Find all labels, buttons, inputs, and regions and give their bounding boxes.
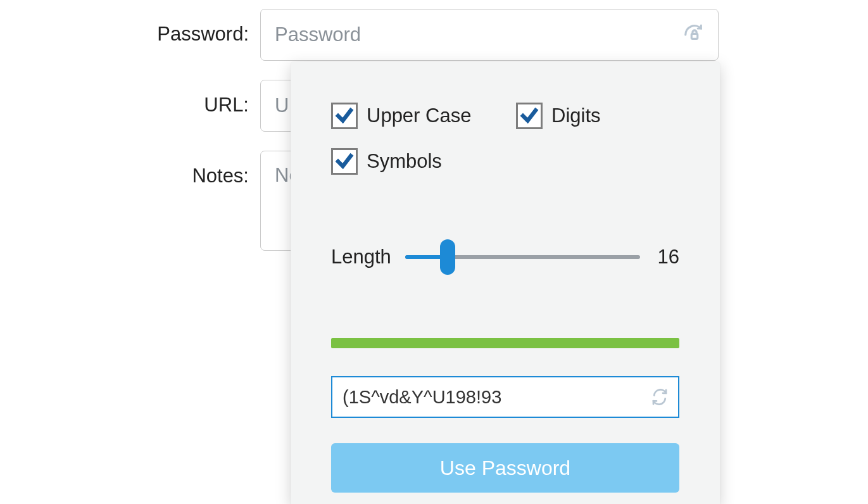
notes-label: Notes:: [0, 151, 249, 187]
generator-options-row-1: Upper Case Digits: [331, 103, 679, 129]
checkbox-label-digits: Digits: [551, 104, 601, 127]
checkbox-label-upper-case: Upper Case: [367, 104, 471, 127]
check-icon: [520, 106, 539, 125]
password-input[interactable]: [260, 9, 719, 61]
url-label: URL:: [0, 80, 249, 117]
password-generator-popup: Upper Case Digits Symbols Length 16 (1S^…: [291, 62, 720, 504]
password-input-wrap: [249, 9, 719, 61]
regenerate-icon[interactable]: [649, 386, 670, 408]
check-icon: [335, 106, 354, 125]
password-label: Password:: [0, 9, 249, 46]
length-value: 16: [654, 246, 679, 268]
generated-password-box[interactable]: (1S^vd&Y^U198!93: [331, 376, 679, 418]
password-strength-bar: [331, 338, 679, 348]
length-row: Length 16: [331, 244, 679, 270]
generator-options-row-2: Symbols: [331, 148, 679, 175]
generate-password-icon[interactable]: [681, 21, 708, 49]
length-slider[interactable]: [405, 244, 640, 270]
checkbox-label-symbols: Symbols: [367, 150, 442, 173]
checkbox-symbols[interactable]: Symbols: [331, 148, 442, 175]
checkbox-box-digits: [516, 103, 543, 129]
checkbox-box-symbols: [331, 148, 358, 175]
form-row-password: Password:: [0, 9, 719, 61]
generated-password-text: (1S^vd&Y^U198!93: [343, 387, 501, 408]
slider-thumb[interactable]: [440, 239, 455, 275]
checkbox-box-upper-case: [331, 103, 358, 129]
use-password-button[interactable]: Use Password: [331, 443, 679, 493]
checkbox-digits[interactable]: Digits: [516, 103, 601, 129]
check-icon: [335, 152, 354, 171]
checkbox-upper-case[interactable]: Upper Case: [331, 103, 516, 129]
length-label: Length: [331, 246, 391, 268]
